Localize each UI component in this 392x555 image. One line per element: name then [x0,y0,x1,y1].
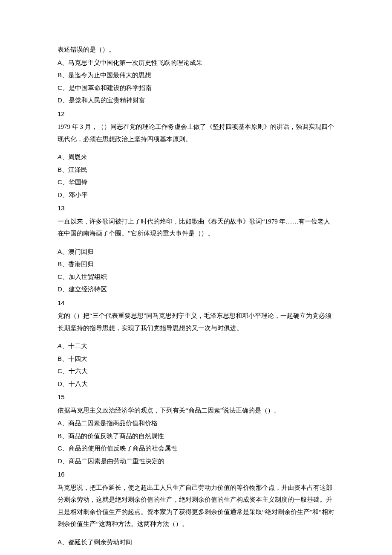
question-11-option-c: C、是中国革命和建设的科学指南 [58,82,334,94]
option-label-c: C、 [58,84,69,91]
option-label-b: B、 [58,166,68,173]
option-label-a: A、 [58,248,68,255]
option-label-d: D、 [58,96,69,104]
option-label-d: D、 [58,285,69,293]
option-label-c: C、 [58,178,69,186]
question-13-number: 13 [58,202,334,215]
option-text: 都延长了剩余劳动时间 [68,539,132,546]
option-label-d: D、 [58,191,69,198]
question-12-stem: 1979 年 3 月，（）同志在党的理论工作务虚会上做了《坚持四项基本原则》的讲… [58,121,334,145]
question-13-option-b: B、香港回归 [58,258,334,270]
question-15-option-b: B、商品的价值反映了商品的自然属性 [58,430,334,442]
question-15-option-a: A、商品二因素是指商品价值和价格 [58,417,334,430]
question-11-option-a: A、马克思主义中国化第一次历史性飞跃的理论成果 [58,57,334,69]
question-16-stem: 马克思说，把工作延长，使之超出工人只生产自己劳动力价值的等价物那个点，并由资本占… [58,482,334,530]
option-text: 是迄今为止中国最伟大的思想 [68,72,151,78]
option-text: 江泽民 [68,166,87,173]
question-15-options: A、商品二因素是指商品价值和价格 B、商品的价值反映了商品的自然属性 C、商品的… [58,417,334,467]
option-text: 商品的价值反映了商品的自然属性 [68,433,164,439]
option-text: 华国锋 [69,179,88,186]
option-text: 商品二因素是由劳动二重性决定的 [69,458,164,465]
option-label-b: B、 [58,355,68,362]
question-16-option-a: A、都延长了剩余劳动时间 [58,536,334,549]
question-14-stem: 党的（）把“三个代表重要思想”同马克思列宁主义，毛泽东思想和邓小平理论，一起确立… [58,310,334,334]
question-11-option-d: D、是党和人民的宝贵精神财富 [58,94,334,107]
option-label-b: B、 [58,260,68,267]
question-13-option-d: D、建立经济特区 [58,283,334,296]
question-13-option-c: C、加入世贸组织 [58,271,334,283]
question-12-number: 12 [58,108,334,120]
question-13-option-a: A、澳门回归 [58,246,334,258]
question-15-stem: 依据马克思主义政治经济学的观点，下列有关“商品二因素”说法正确的是（）。 [58,404,334,417]
option-label-c: C、 [58,273,69,280]
option-label-d: D、 [58,380,69,387]
option-label-a: A [58,153,62,160]
question-15-option-c: C、商品的使用价值反映了商品的社会属性 [58,442,334,455]
option-text: 十二大 [68,343,87,349]
option-text: 十四大 [68,355,87,362]
option-label-d: D、 [58,457,69,465]
option-sep: 、 [62,343,68,349]
option-label-b: B、 [58,71,68,78]
question-12-options: A、周恩来 B、江泽民 C、华国锋 D、邓小平 [58,151,334,201]
question-12-option-b: B、江泽民 [58,164,334,176]
option-sep: 、 [62,154,68,160]
option-text: 十八大 [69,381,88,387]
question-14-number: 14 [58,297,334,309]
option-label-a: A、 [58,419,68,427]
question-12-option-c: C、华国锋 [58,176,334,189]
option-label-a: A、 [58,538,68,546]
option-label-a: A、 [58,59,68,66]
question-16-number: 16 [58,468,334,481]
question-11-stem-fragment: 表述错误的是（）。 [58,44,334,56]
option-text: 是党和人民的宝贵精神财富 [69,97,145,104]
option-text: 周恩来 [68,154,87,160]
question-11-option-b: B、是迄今为止中国最伟大的思想 [58,69,334,81]
option-label-c: C、 [58,445,69,452]
question-13-stem: 一直以来，许多歌词被打上了时代的烙印，比如歌曲《春天的故事》歌词“1979 年…… [58,215,334,240]
option-label-c: C、 [58,367,69,375]
question-14-options: A、十二大 B、十四大 C、十六大 D、十八大 [58,340,334,390]
question-15-number: 15 [58,391,334,404]
option-label-a: A [58,342,62,349]
question-15-option-d: D、商品二因素是由劳动二重性决定的 [58,455,334,468]
question-12-option-d: D、邓小平 [58,189,334,201]
question-14-option-c: C、十六大 [58,365,334,378]
option-text: 建立经济特区 [69,286,107,293]
question-11-fragment: 表述错误的是（）。 A、马克思主义中国化第一次历史性飞跃的理论成果 B、是迄今为… [58,44,334,107]
question-13-options: A、澳门回归 B、香港回归 C、加入世贸组织 D、建立经济特区 [58,246,334,296]
option-text: 十六大 [69,368,88,375]
option-text: 商品二因素是指商品价值和价格 [68,420,158,427]
question-14-option-d: D、十八大 [58,378,334,390]
option-text: 澳门回归 [68,248,94,255]
question-16-options: A、都延长了剩余劳动时间 [58,536,334,549]
option-text: 邓小平 [69,192,88,198]
option-text: 马克思主义中国化第一次历史性飞跃的理论成果 [68,59,202,66]
question-14-option-a: A、十二大 [58,340,334,352]
option-text: 加入世贸组织 [69,273,107,280]
option-text: 香港回归 [68,261,94,267]
question-14-option-b: B、十四大 [58,353,334,365]
option-text: 是中国革命和建设的科学指南 [69,84,152,91]
question-12-option-a: A、周恩来 [58,151,334,163]
option-label-b: B、 [58,432,68,439]
option-text: 商品的使用价值反映了商品的社会属性 [69,445,177,452]
